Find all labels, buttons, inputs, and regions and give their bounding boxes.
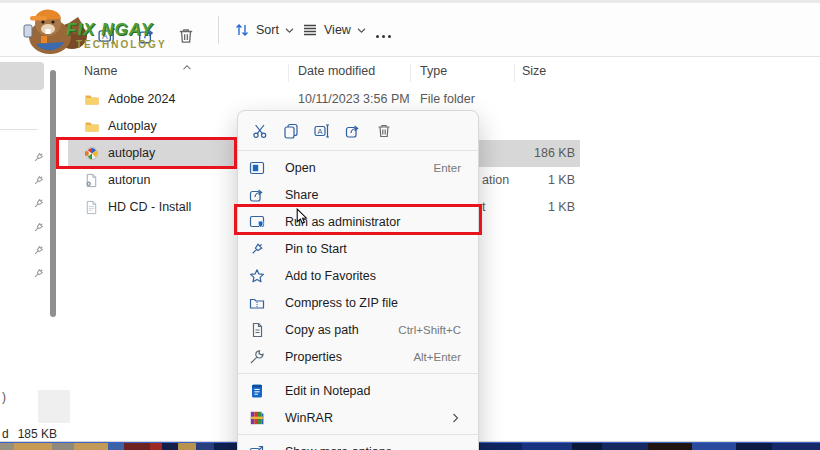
file-explorer-window: A FIX [0,0,820,450]
column-separator [410,64,411,82]
pushpin-icon [32,221,45,234]
chevron-down-icon [357,27,366,34]
folder-icon [84,119,100,135]
menu-item-label: WinRAR [285,411,451,425]
share-icon[interactable] [341,119,364,142]
tutorial-highlight-file [56,137,237,169]
file-size: 1 KB [548,173,575,187]
file-name: Adobe 2024 [108,92,175,106]
menu-item-show-more-options[interactable]: Show more options [238,438,478,450]
rename-icon[interactable]: A [310,119,333,142]
pushpin-icon [32,151,45,164]
chevron-down-icon [285,27,294,34]
mouse-cursor [296,208,309,226]
column-separator [514,64,515,82]
menu-item-shortcut: Enter [434,162,462,174]
file-type-fragment: t [482,200,485,214]
menu-item-label: Pin to Start [285,242,461,256]
wrench-icon [249,349,265,365]
more-options-button[interactable] [370,23,397,49]
show-more-icon [249,444,265,450]
menu-item-label: Copy as path [285,323,398,337]
column-header-date[interactable]: Date modified [298,64,375,78]
sort-button[interactable]: Sort [228,17,300,43]
pushpin-icon [32,174,45,187]
tutorial-highlight-run-admin [234,204,482,235]
column-headers: Name Date modified Type Size [62,62,602,82]
menu-item-open[interactable]: Open Enter [238,154,478,181]
context-menu: A Open Enter Share [237,110,479,450]
watermark-line1: FIX NGAY [66,20,153,40]
quick-actions-row: A [238,111,478,147]
menu-item-label: Share [285,188,461,202]
copy-icon[interactable] [279,119,302,142]
menu-item-label: Edit in Notepad [285,384,461,398]
file-date: 10/11/2023 3:56 PM [298,92,410,106]
share-icon [249,187,265,203]
pushpin-icon [32,244,45,257]
sort-button-label: Sort [256,23,279,37]
zip-folder-icon [249,295,265,311]
menu-item-properties[interactable]: Properties Alt+Enter [238,343,478,370]
menu-item-label: Open [285,161,434,175]
file-name: autorun [108,173,150,187]
nav-item-partial [38,390,70,423]
pushpin-icon [32,267,45,280]
view-button[interactable]: View [296,17,372,43]
column-separator [288,64,289,82]
winrar-icon [249,410,265,426]
menu-item-pin-to-start[interactable]: Pin to Start [238,235,478,262]
file-type: File folder [420,92,475,106]
status-fragment: d [2,427,9,441]
nav-scrollbar[interactable] [50,70,56,317]
sort-arrows-icon [234,22,250,38]
menu-item-add-to-favorites[interactable]: Add to Favorites [238,262,478,289]
cut-icon[interactable] [248,119,271,142]
menu-divider [238,150,478,151]
file-size: 1 KB [548,200,575,214]
menu-item-shortcut: Ctrl+Shift+C [398,324,461,336]
folder-icon [84,92,100,108]
file-row-adobe-2024[interactable]: Adobe 2024 10/11/2023 3:56 PM File folde… [62,86,602,113]
file-type-fragment: ation [482,173,509,187]
menu-item-copy-as-path[interactable]: Copy as path Ctrl+Shift+C [238,316,478,343]
status-selected-size: 185 KB [18,427,57,441]
menu-item-label: Properties [285,350,413,364]
config-file-icon [84,173,100,189]
file-size: 186 KB [534,146,575,160]
file-name: HD CD - Install [108,200,191,214]
menu-item-compress-to-zip[interactable]: Compress to ZIP file [238,289,478,316]
menu-divider [238,373,478,374]
chevron-right-icon [451,413,461,423]
copy-path-icon [249,322,265,338]
pin-icon [249,241,265,257]
column-header-type[interactable]: Type [420,64,447,78]
svg-text:A: A [317,126,322,135]
column-header-name[interactable]: Name [84,64,117,78]
pushpin-icon [32,197,45,210]
view-button-label: View [324,23,351,37]
menu-divider [238,434,478,435]
command-toolbar: A FIX [0,3,820,57]
open-icon [249,160,265,176]
sort-ascending-icon [182,64,192,71]
menu-item-winrar[interactable]: WinRAR [238,404,478,431]
column-header-size[interactable]: Size [522,64,546,78]
menu-item-shortcut: Alt+Enter [413,351,461,363]
file-name: Autoplay [108,119,157,133]
menu-item-label: Show more options [285,445,461,450]
text-document-icon [84,200,100,216]
notepad-icon [249,383,265,399]
star-icon [249,268,265,284]
status-bar: d 185 KB [2,427,57,441]
menu-item-label: Add to Favorites [285,269,461,283]
watermark-line2: TECHNOLOGY [76,39,167,50]
nav-selected-item[interactable] [0,62,44,90]
nav-divider [0,129,38,130]
toolbar-divider [218,16,219,44]
menu-item-edit-in-notepad[interactable]: Edit in Notepad [238,377,478,404]
menu-item-label: Compress to ZIP file [285,296,461,310]
view-lines-icon [302,22,318,38]
nav-text-fragment: ) [2,390,6,404]
trash-icon[interactable] [372,119,395,142]
